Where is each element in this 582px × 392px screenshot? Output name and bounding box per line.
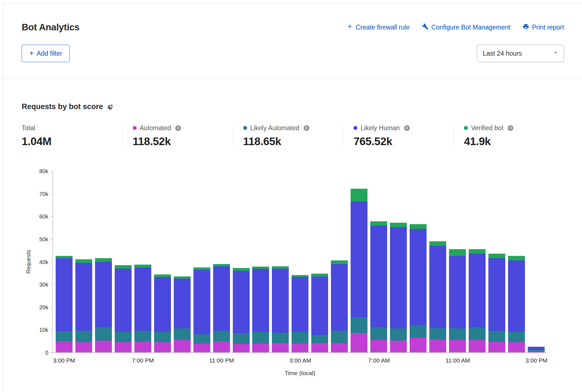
bar-segment-automated xyxy=(469,340,486,352)
bar-column[interactable] xyxy=(154,274,171,352)
info-icon[interactable]: i xyxy=(404,125,410,131)
bar-column[interactable] xyxy=(292,275,308,352)
bar-segment-likely-automated xyxy=(488,331,505,342)
bar-column[interactable] xyxy=(193,267,210,352)
y-axis-tick xyxy=(50,330,53,330)
bar-segment-likely-automated xyxy=(115,332,132,342)
section-title: Requests by bot score xyxy=(22,102,103,111)
y-axis-label: 10k xyxy=(23,327,48,333)
action-label: Print report xyxy=(532,24,564,31)
bar-segment-likely-human xyxy=(134,267,151,331)
y-axis-label: 40k xyxy=(23,259,48,265)
bar-column[interactable] xyxy=(233,268,250,352)
y-axis-tick xyxy=(50,353,53,353)
bar-segment-likely-human xyxy=(252,269,269,332)
bar-segment-verified-bot xyxy=(410,224,427,229)
bar-segment-likely-human xyxy=(370,226,387,328)
bar-column[interactable] xyxy=(528,347,545,352)
configure-bot-management-link[interactable]: Configure Bot Management xyxy=(422,23,510,31)
y-axis-label: 60k xyxy=(23,213,48,220)
plus-icon: + xyxy=(29,49,34,57)
bar-column[interactable] xyxy=(272,266,289,352)
content: Requests by bot score Total 1.04M Automa… xyxy=(3,102,582,388)
bar-segment-verified-bot xyxy=(95,258,112,262)
bar-segment-likely-automated xyxy=(449,328,466,340)
title-row: Bot Analytics Create firewall rule Confi… xyxy=(22,21,564,34)
create-firewall-rule-link[interactable]: Create firewall rule xyxy=(347,23,410,31)
bar-column[interactable] xyxy=(95,258,112,352)
add-filter-button[interactable]: + Add filter xyxy=(22,45,70,62)
bar-segment-automated xyxy=(390,341,407,352)
bar-segment-likely-automated xyxy=(410,325,427,337)
bar-column[interactable] xyxy=(410,224,427,352)
y-axis-tick xyxy=(50,171,53,172)
bar-column[interactable] xyxy=(174,276,191,352)
bar-segment-likely-automated xyxy=(233,333,250,344)
bar-column[interactable] xyxy=(449,249,466,352)
bar-segment-likely-human xyxy=(508,260,525,332)
bar-segment-automated xyxy=(449,340,466,352)
bar-column[interactable] xyxy=(390,223,407,352)
info-icon[interactable]: i xyxy=(304,125,310,131)
bar-column[interactable] xyxy=(469,249,486,352)
bar-segment-automated xyxy=(154,342,171,352)
verified-bot-legend-dot xyxy=(464,126,468,130)
bar-segment-likely-automated xyxy=(311,335,328,343)
plot-area: 010k20k30k40k50k60k70k80k3:00 PM7:00 PM1… xyxy=(53,171,547,353)
y-axis-tick xyxy=(50,307,53,307)
header-actions: Create firewall rule Configure Bot Manag… xyxy=(347,23,564,31)
bar-segment-verified-bot xyxy=(134,265,151,267)
x-axis-label: 11:00 PM xyxy=(209,357,234,364)
bar-segment-likely-automated xyxy=(272,333,289,343)
bar-segment-verified-bot xyxy=(115,265,132,269)
time-range-select[interactable]: Last 24 hours xyxy=(477,45,564,62)
bar-column[interactable] xyxy=(351,189,367,352)
bar-segment-likely-human xyxy=(449,256,466,328)
bar-column[interactable] xyxy=(134,265,151,352)
bar-column[interactable] xyxy=(331,260,348,352)
y-axis-tick xyxy=(50,239,53,239)
bar-column[interactable] xyxy=(75,259,92,352)
bar-column[interactable] xyxy=(311,274,328,352)
bar-column[interactable] xyxy=(213,264,230,352)
bar-segment-verified-bot xyxy=(272,266,289,269)
print-report-link[interactable]: Print report xyxy=(523,23,564,31)
bar-column[interactable] xyxy=(370,221,387,352)
bar-segment-likely-automated xyxy=(429,328,446,339)
bar-segment-likely-automated xyxy=(56,331,73,341)
x-axis-label: 11:00 AM xyxy=(445,357,470,364)
bar-segment-verified-bot xyxy=(469,249,486,254)
add-filter-label: Add filter xyxy=(37,50,62,57)
bar-segment-verified-bot xyxy=(429,241,446,246)
bar-segment-likely-human xyxy=(56,258,73,331)
bar-segment-likely-human xyxy=(174,279,191,328)
bar-column[interactable] xyxy=(488,254,505,352)
bar-segment-verified-bot xyxy=(75,259,92,263)
bar-segment-likely-automated xyxy=(154,332,171,342)
requests-chart: Requests 010k20k30k40k50k60k70k80k3:00 P… xyxy=(22,171,564,388)
info-icon[interactable]: i xyxy=(175,125,181,131)
bar-segment-likely-human xyxy=(95,262,112,328)
chevron-down-icon xyxy=(552,49,559,57)
x-axis-label: 7:00 AM xyxy=(368,357,390,364)
bar-segment-likely-automated xyxy=(292,332,308,344)
stat-label: Likely Automated i xyxy=(243,124,343,132)
stat-label-text: Verified bot xyxy=(471,124,503,132)
bar-column[interactable] xyxy=(252,267,269,352)
bar-segment-verified-bot xyxy=(252,267,269,269)
section-title-row: Requests by bot score xyxy=(22,102,564,111)
stat-value: 41.9k xyxy=(464,135,564,148)
bar-column[interactable] xyxy=(115,265,132,352)
stat-value: 1.04M xyxy=(22,135,122,148)
bar-column[interactable] xyxy=(56,256,73,352)
bar-column[interactable] xyxy=(429,241,446,352)
y-axis-label: 0 xyxy=(23,350,48,356)
bar-segment-automated xyxy=(488,342,505,352)
info-icon[interactable]: i xyxy=(507,125,513,131)
stats-row: Total 1.04M Automated i 118.52k Likely A… xyxy=(22,124,564,148)
bar-segment-verified-bot xyxy=(449,249,466,256)
bar-column[interactable] xyxy=(508,256,525,352)
printer-icon xyxy=(523,23,529,31)
page-title: Bot Analytics xyxy=(22,22,80,33)
action-label: Create firewall rule xyxy=(356,24,410,31)
